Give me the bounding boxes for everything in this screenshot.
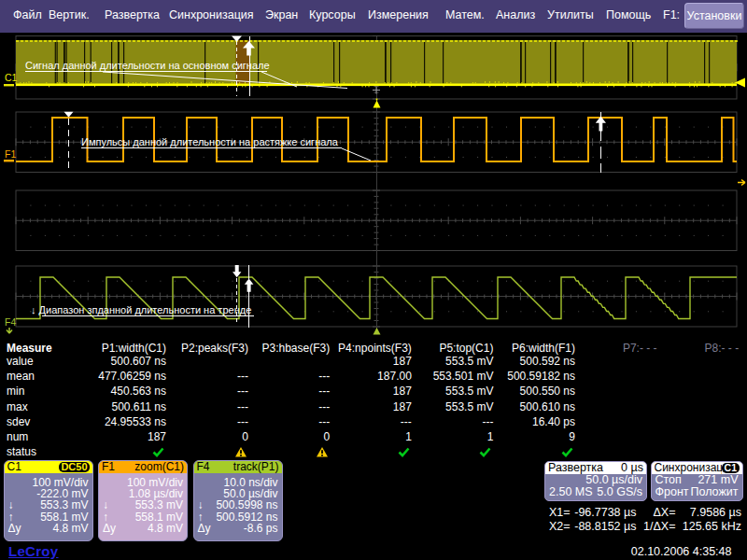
- svg-text:↓ Диапазон зпданной длительнос: ↓ Диапазон зпданной длительности на трен…: [31, 304, 251, 315]
- svg-text:Сигнал данной длительности на: Сигнал данной длительности на основном с…: [25, 60, 270, 71]
- svg-text:Импульсы данной длительности н: Импульсы данной длительности на растяжке…: [81, 136, 339, 147]
- svg-text:F1: F1: [5, 148, 16, 160]
- svg-text:C1: C1: [5, 72, 18, 83]
- svg-text:F4: F4: [5, 316, 16, 328]
